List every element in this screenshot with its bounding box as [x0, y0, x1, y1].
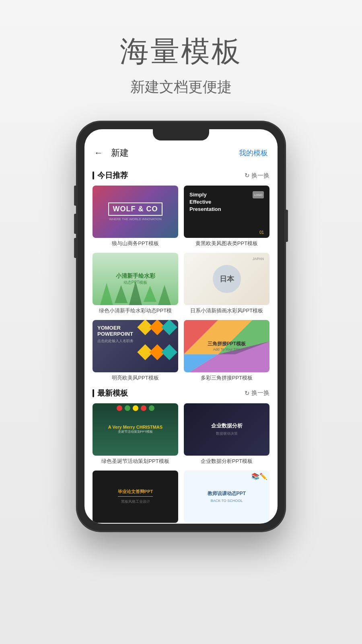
template-label-business: 企业数据分析PPT模板	[184, 458, 269, 465]
template-thumb-christmas: A Very Merry CHRISTMAS 圣诞节活动策划PPT模板	[93, 403, 178, 456]
simply-logo: LOGO	[253, 191, 264, 198]
scroll-area: 今日推荐 ↻ 换一换 WOLF & CO WHERE THE WORLD INN…	[84, 164, 278, 524]
template-label-watercolor: 绿色小清新手绘水彩动态PPT模	[93, 308, 178, 314]
template-thumb-simply: SimplyEffectivePresentation LOGO 01	[184, 186, 269, 238]
japan-text-overlay: JAPAN	[253, 257, 264, 261]
yomoer-title: YOMOERPOWERPOINT	[97, 325, 134, 337]
phone-screen: ← 新建 我的模板 今日推荐 ↻ 换一换	[84, 129, 278, 524]
template-thumb-yomoer: YOMOERPOWERPOINT 点击此处输入人名职务	[93, 320, 178, 372]
section-latest-title: 最新模板	[93, 388, 128, 398]
japan-circle: 日本	[213, 265, 241, 293]
phone-wrapper: ← 新建 我的模板 今日推荐 ↻ 换一换	[76, 121, 286, 532]
refresh-latest-label: 换一换	[251, 389, 269, 397]
template-item-christmas[interactable]: A Very Merry CHRISTMAS 圣诞节活动策划PPT模板 绿色圣诞…	[93, 403, 178, 465]
ball-green	[125, 405, 130, 411]
template-thumb-watercolor: 小清新手绘水彩 动态PPT模板	[93, 253, 178, 305]
phone-shell: ← 新建 我的模板 今日推荐 ↻ 换一换	[76, 121, 286, 532]
template-item-teacher[interactable]: 📚✏️ 教师说课动态PPT BACK TO SCHOOL 教学讲课动态PPT	[184, 471, 269, 524]
xmas-subtitle: 圣诞节活动策划PPT模板	[118, 429, 153, 434]
triangle-sub: Add To Your Title	[213, 347, 240, 351]
watercolor-label-main: 小清新手绘水彩	[116, 272, 155, 280]
section-latest-header: 最新模板 ↻ 换一换	[93, 388, 269, 398]
tree-2	[115, 285, 128, 303]
notch	[153, 129, 209, 140]
teacher-text: 教师说课动态PPT	[208, 490, 246, 497]
template-label-triangle: 多彩三角拼接PPT模板	[184, 375, 269, 382]
triangle-title: 三角拼接PPT模板	[208, 341, 246, 347]
template-thumb-wolf: WOLF & CO WHERE THE WORLD INNOVATION	[93, 186, 178, 238]
template-item-simply[interactable]: SimplyEffectivePresentation LOGO 01 黄黑欧美…	[184, 186, 269, 247]
grad-title: 毕业论文答辩PPT	[118, 489, 153, 497]
yomoer-sub: 点击此处输入人名职务	[97, 339, 134, 344]
ball-red-2	[141, 405, 146, 411]
diamond-6	[161, 344, 177, 360]
section-today-title: 今日推荐	[93, 170, 128, 181]
ball-gold	[133, 405, 138, 411]
yomoer-text-block: YOMOERPOWERPOINT 点击此处输入人名职务	[97, 325, 134, 344]
template-item-japan[interactable]: 日本 JAPAN 日系小清新插画水彩风PPT模板	[184, 253, 269, 314]
refresh-today-label: 换一换	[251, 172, 269, 180]
template-thumb-business: 企业数据分析 数据驱动决策	[184, 403, 269, 456]
template-grid-latest: A Very Merry CHRISTMAS 圣诞节活动策划PPT模板 绿色圣诞…	[93, 403, 269, 524]
page-title-main: 海量模板	[120, 32, 242, 71]
grad-sub: 黑板风格工业设计	[121, 499, 150, 504]
template-thumb-graduation: 毕业论文答辩PPT 黑板风格工业设计	[93, 471, 178, 523]
yomoer-diamonds	[138, 320, 178, 372]
template-item-business[interactable]: 企业数据分析 数据驱动决策 企业数据分析PPT模板	[184, 403, 269, 465]
template-item-yomoer[interactable]: YOMOERPOWERPOINT 点击此处输入人名职务	[93, 320, 178, 382]
template-label-simply: 黄黑欧美风图表类PPT模板	[184, 240, 269, 247]
top-bar: ← 新建 我的模板	[84, 140, 278, 164]
screen-title: 新建	[111, 147, 129, 159]
xmas-balls	[117, 405, 154, 411]
section-today-header: 今日推荐 ↻ 换一换	[93, 170, 269, 181]
refresh-latest-icon: ↻	[245, 390, 250, 397]
refresh-today-icon: ↻	[245, 172, 250, 179]
app-content: ← 新建 我的模板 今日推荐 ↻ 换一换	[84, 129, 278, 524]
template-label-yomoer: 明亮欧美风PPT模板	[93, 375, 178, 382]
simply-num: 01	[259, 230, 264, 235]
tree-1	[100, 283, 113, 305]
ball-green-2	[149, 405, 154, 411]
template-item-wolf[interactable]: WOLF & CO WHERE THE WORLD INNOVATION 狼与山…	[93, 186, 178, 247]
doodle-icons: 📚✏️	[251, 473, 267, 480]
diamond-3	[161, 320, 177, 335]
simply-text: SimplyEffectivePresentation	[189, 191, 221, 213]
template-thumb-japan: 日本 JAPAN	[184, 253, 269, 305]
template-grid-today: WOLF & CO WHERE THE WORLD INNOVATION 狼与山…	[93, 186, 269, 382]
template-thumb-teacher: 📚✏️ 教师说课动态PPT BACK TO SCHOOL	[184, 471, 269, 523]
template-item-triangle[interactable]: 三角拼接PPT模板 Add To Your Title 多彩三角拼接PPT模板	[184, 320, 269, 382]
refresh-latest-button[interactable]: ↻ 换一换	[245, 389, 269, 397]
refresh-today-button[interactable]: ↻ 换一换	[245, 172, 269, 180]
template-label-japan: 日系小清新插画水彩风PPT模板	[184, 308, 269, 314]
my-templates-button[interactable]: 我的模板	[239, 148, 268, 158]
teacher-sub: BACK TO SCHOOL	[211, 499, 243, 503]
template-item-watercolor[interactable]: 小清新手绘水彩 动态PPT模板 绿色小清新手绘水彩动	[93, 253, 178, 314]
template-item-graduation[interactable]: 毕业论文答辩PPT 黑板风格工业设计 黑板风格工业设计毕业论文答...	[93, 471, 178, 524]
template-label-wolf: 狼与山商务PPT模板	[93, 240, 178, 247]
tree-4	[144, 286, 156, 302]
wolf-subtitle: WHERE THE WORLD INNOVATION	[109, 217, 162, 221]
business-text: 企业数据分析	[211, 422, 243, 429]
wolf-title: WOLF & CO	[108, 202, 163, 216]
xmas-title: A Very Merry CHRISTMAS	[108, 425, 162, 429]
top-bar-left: ← 新建	[94, 147, 129, 159]
page-header: 海量模板 新建文档更便捷	[120, 0, 242, 97]
business-sub: 数据驱动决策	[216, 431, 238, 436]
page-title-sub: 新建文档更便捷	[120, 77, 242, 97]
template-thumb-triangle: 三角拼接PPT模板 Add To Your Title	[184, 320, 269, 372]
ball-red	[117, 405, 122, 411]
template-label-christmas: 绿色圣诞节活动策划PPT模板	[93, 458, 178, 465]
tree-5	[158, 285, 171, 305]
back-button[interactable]: ←	[94, 148, 103, 158]
watercolor-label-sub: 动态PPT模板	[123, 280, 147, 285]
